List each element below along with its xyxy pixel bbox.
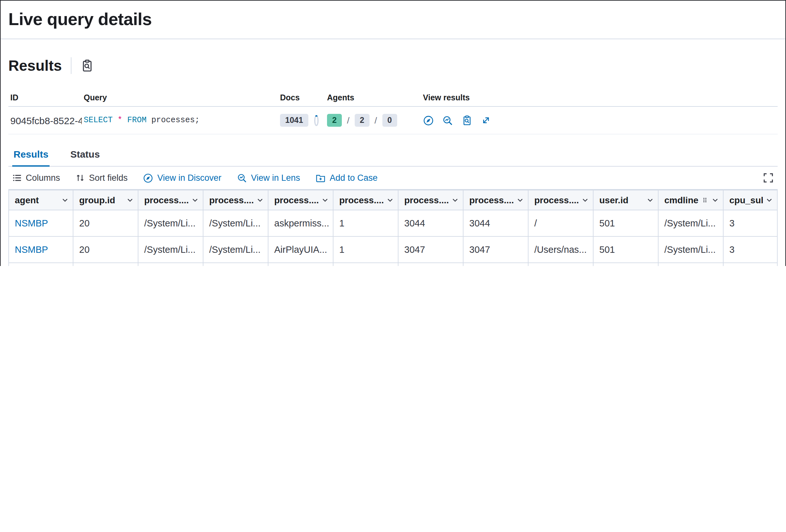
- grid-cell[interactable]: /System/Li...: [203, 263, 269, 266]
- columns-list-icon: [12, 173, 22, 183]
- column-header-label: process....: [534, 195, 579, 205]
- column-header-process[interactable]: process....: [529, 190, 594, 210]
- sort-arrows-icon: [76, 173, 85, 183]
- columns-button-label: Columns: [26, 173, 60, 183]
- grid-cell[interactable]: /: [529, 263, 594, 266]
- summary-col-agents: Agents: [325, 93, 421, 102]
- column-header-label: process....: [274, 195, 319, 205]
- grid-cell[interactable]: 3049: [398, 263, 463, 266]
- grid-cell[interactable]: /: [529, 210, 594, 236]
- open-details-button[interactable]: [481, 115, 491, 125]
- grid-cell[interactable]: 3047: [463, 237, 529, 263]
- column-header-group-id[interactable]: group.id: [73, 190, 138, 210]
- grid-cell[interactable]: /System/Li...: [658, 263, 723, 266]
- summary-col-docs: Docs: [278, 93, 325, 102]
- query-sql: SELECT * FROM processes;: [82, 116, 278, 125]
- column-header-user-id[interactable]: user.id: [594, 190, 658, 210]
- grid-cell[interactable]: /System/Li...: [203, 237, 269, 263]
- grid-cell[interactable]: /System/Li...: [138, 263, 203, 266]
- column-header-label: group.id: [79, 195, 123, 205]
- chevron-down-icon: [450, 196, 460, 204]
- column-header-label: process....: [209, 195, 254, 205]
- chevron-down-icon: [321, 196, 330, 204]
- column-header-agent[interactable]: agent: [9, 190, 73, 210]
- column-header-label: agent: [15, 195, 59, 205]
- grid-cell[interactable]: 3: [723, 263, 777, 266]
- sql-star: *: [117, 116, 122, 125]
- grid-cell[interactable]: 20: [73, 237, 138, 263]
- discover-compass-icon: [143, 173, 154, 183]
- grid-cell[interactable]: 3: [723, 210, 777, 236]
- grid-cell[interactable]: 501: [594, 263, 658, 266]
- column-header-label: process....: [144, 195, 189, 205]
- column-header-cmdline[interactable]: cmdline: [658, 190, 723, 210]
- tabs: Results Status: [8, 143, 778, 167]
- grid-cell[interactable]: 3049: [463, 263, 529, 266]
- grid-cell[interactable]: 501: [594, 210, 658, 236]
- heading-divider: [71, 57, 71, 74]
- view-in-discover-link[interactable]: View in Discover: [143, 173, 222, 183]
- grid-cell[interactable]: 1: [333, 263, 398, 266]
- agent-link-cell[interactable]: NSMBP: [9, 210, 73, 236]
- grid-cell[interactable]: AirPlayUIA...: [269, 237, 333, 263]
- results-data-grid: agentgroup.idprocess....process....proce…: [8, 190, 778, 266]
- grid-cell[interactable]: 3047: [398, 237, 463, 263]
- column-header-process[interactable]: process....: [463, 190, 529, 210]
- column-header-label: user.id: [599, 195, 644, 205]
- grid-cell[interactable]: askpermiss...: [269, 210, 333, 236]
- sql-keyword-select: SELECT: [84, 116, 113, 125]
- grid-cell[interactable]: 20: [73, 263, 138, 266]
- chevron-down-icon: [256, 196, 264, 204]
- column-header-process[interactable]: process....: [138, 190, 203, 210]
- grid-cell[interactable]: /Users/nas...: [529, 237, 594, 263]
- discover-compass-icon: [423, 115, 434, 126]
- view-in-lens-button[interactable]: [442, 115, 453, 126]
- add-to-case-link[interactable]: Add to Case: [316, 173, 377, 183]
- agents-success-badge: 2: [327, 114, 342, 127]
- sort-fields-button[interactable]: Sort fields: [76, 173, 128, 183]
- agent-link-cell[interactable]: NSMBP: [9, 263, 73, 266]
- view-in-lens-link[interactable]: View in Lens: [237, 173, 300, 183]
- docs-count-badge: 1041: [280, 114, 308, 127]
- agents-separator: /: [375, 115, 377, 125]
- column-header-process[interactable]: process....: [398, 190, 463, 210]
- grid-cell[interactable]: 501: [594, 237, 658, 263]
- column-header-cpu-sub[interactable]: cpu_sub...: [723, 190, 777, 210]
- view-in-discover-button[interactable]: [423, 115, 434, 126]
- column-header-process[interactable]: process....: [269, 190, 333, 210]
- clipboard-search-icon: [80, 59, 94, 72]
- lens-icon: [442, 115, 453, 126]
- grid-cell[interactable]: /System/Li...: [138, 237, 203, 263]
- results-heading-row: Results: [8, 55, 778, 76]
- inspect-saved-query-button[interactable]: [80, 59, 94, 72]
- fullscreen-button[interactable]: [763, 172, 774, 183]
- grid-cell[interactable]: /System/Li...: [658, 210, 723, 236]
- chevron-down-icon: [190, 196, 200, 204]
- grid-body: NSMBP20/System/Li.../System/Li...askperm…: [9, 210, 777, 266]
- tab-status[interactable]: Status: [69, 143, 101, 167]
- grid-cell[interactable]: cloudpaird: [269, 263, 333, 266]
- grid-cell[interactable]: 1: [333, 237, 398, 263]
- inspect-results-button[interactable]: [462, 115, 472, 126]
- agent-link-cell[interactable]: NSMBP: [9, 237, 73, 263]
- loading-spinner: [314, 115, 319, 126]
- grid-cell[interactable]: 3044: [398, 210, 463, 236]
- chevron-down-icon: [711, 196, 720, 204]
- column-header-process[interactable]: process....: [203, 190, 269, 210]
- grid-cell[interactable]: /System/Li...: [203, 210, 269, 236]
- query-id: 9045fcb8-8522-4cd8...: [8, 115, 82, 126]
- column-header-label: process....: [404, 195, 449, 205]
- tab-results[interactable]: Results: [12, 143, 50, 167]
- grid-cell[interactable]: 1: [333, 210, 398, 236]
- table-row: NSMBP20/System/Li.../System/Li...AirPlay…: [9, 237, 777, 263]
- summary-col-query: Query: [82, 93, 278, 102]
- grid-cell[interactable]: 3: [723, 237, 777, 263]
- grid-cell[interactable]: 20: [73, 210, 138, 236]
- summary-row: 9045fcb8-8522-4cd8... SELECT * FROM proc…: [8, 107, 778, 135]
- grid-cell[interactable]: /System/Li...: [138, 210, 203, 236]
- grid-cell[interactable]: /System/Li...: [658, 237, 723, 263]
- columns-button[interactable]: Columns: [12, 173, 60, 183]
- grid-cell[interactable]: 3044: [463, 210, 529, 236]
- sort-fields-button-label: Sort fields: [89, 173, 128, 183]
- column-header-process[interactable]: process....: [333, 190, 398, 210]
